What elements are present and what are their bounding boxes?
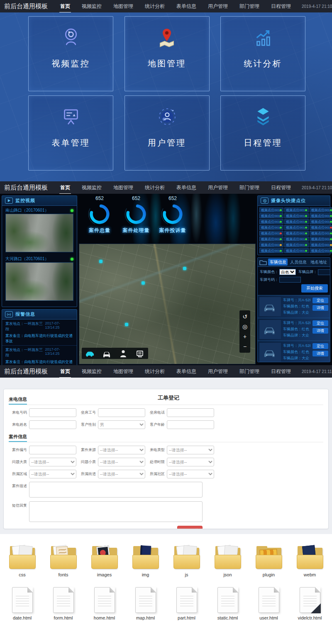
street-select[interactable]: --请选择-- bbox=[98, 470, 145, 478]
nav-item[interactable]: 用户管理 bbox=[207, 0, 229, 13]
detail-button[interactable]: 详情 bbox=[312, 328, 328, 334]
camera-point[interactable]: 视频点位001 bbox=[310, 207, 332, 212]
case-description-textarea[interactable] bbox=[29, 482, 203, 498]
html-file[interactable]: date.html bbox=[3, 585, 42, 620]
nav-item[interactable]: 统计分析 bbox=[144, 0, 166, 13]
html-file[interactable]: videlctr.html bbox=[290, 585, 330, 620]
camera-point[interactable]: 视频点位001 bbox=[284, 225, 308, 230]
nav-item[interactable]: 日程管理 bbox=[270, 0, 292, 13]
tile-form-manage[interactable]: 表单管理 bbox=[28, 95, 113, 171]
camera-point[interactable]: 视频点位001 bbox=[310, 237, 332, 242]
camera-point[interactable]: 视频点位001 bbox=[284, 213, 308, 218]
folder-json[interactable]: json bbox=[208, 540, 247, 577]
detail-button[interactable]: 详情 bbox=[312, 351, 328, 356]
map[interactable]: ↺ ◎ + − bbox=[79, 244, 256, 364]
nav-item[interactable]: 部门管理 bbox=[239, 181, 260, 194]
camera-point[interactable]: 视频点位001 bbox=[259, 248, 283, 253]
nav-item[interactable]: 用户管理 bbox=[207, 365, 229, 378]
map-camera-marker[interactable] bbox=[125, 323, 128, 326]
camera-point[interactable]: 视频点位001 bbox=[259, 231, 283, 236]
video-thumbnail[interactable] bbox=[5, 262, 73, 301]
map-control-button[interactable]: ◎ bbox=[239, 322, 250, 332]
nav-item[interactable]: 视频监控 bbox=[81, 181, 103, 194]
car-side-tool-icon[interactable] bbox=[82, 348, 98, 359]
case-number-input[interactable] bbox=[29, 446, 76, 454]
video-thumbnail[interactable] bbox=[5, 214, 73, 252]
camera-point[interactable]: 视频点位001 bbox=[310, 242, 332, 247]
agent-id-input[interactable] bbox=[98, 408, 145, 417]
camera-point[interactable]: 视频点位001 bbox=[259, 242, 283, 247]
camera-point[interactable]: 视频点位001 bbox=[284, 242, 308, 247]
folder-css[interactable]: css bbox=[3, 540, 42, 577]
camera-point[interactable]: 视频点位001 bbox=[259, 213, 283, 218]
nav-item[interactable]: 表单信息 bbox=[176, 181, 197, 194]
alarm-item[interactable]: 案发地点：一环路东三段 2017-07-13/14:25 案发备注：由电瓶车逆向… bbox=[2, 346, 77, 365]
folder-plugin[interactable]: plugin bbox=[249, 540, 288, 577]
camera-point[interactable]: 视频点位001 bbox=[259, 225, 283, 230]
map-control-button[interactable]: − bbox=[239, 342, 250, 351]
nav-item[interactable]: 首页 bbox=[59, 0, 71, 13]
vehicle-brand-input[interactable] bbox=[318, 269, 330, 275]
camera-point[interactable]: 视频点位001 bbox=[259, 207, 283, 212]
nav-item[interactable]: 部门管理 bbox=[239, 365, 260, 378]
list-tool-icon[interactable] bbox=[132, 348, 148, 359]
person-tool-icon[interactable] bbox=[115, 348, 132, 359]
nav-item[interactable]: 地图管理 bbox=[112, 365, 134, 378]
camera-point[interactable]: 视频点位001 bbox=[310, 225, 332, 230]
folder-img[interactable]: img bbox=[126, 540, 165, 577]
vehicle-tab[interactable]: 人员信息 bbox=[288, 259, 308, 266]
vehicle-tab[interactable]: 车辆信息 bbox=[268, 259, 288, 266]
camera-point[interactable]: 视频点位001 bbox=[284, 231, 308, 236]
vehicle-color-select[interactable]: 白色 bbox=[279, 269, 296, 275]
customer-age-input[interactable] bbox=[167, 420, 214, 429]
html-file[interactable]: static.html bbox=[208, 585, 247, 620]
camera-point[interactable]: 视频点位001 bbox=[310, 213, 332, 218]
caller-name-input[interactable] bbox=[29, 420, 76, 429]
tile-video-monitor[interactable]: 视频监控 bbox=[28, 16, 113, 91]
nav-item[interactable]: 首页 bbox=[59, 365, 71, 378]
camera-point[interactable]: 视频点位001 bbox=[259, 237, 283, 242]
plate-number-input[interactable] bbox=[279, 277, 301, 283]
camera-point[interactable]: 视频点位001 bbox=[310, 219, 332, 224]
map-control-button[interactable]: ↺ bbox=[239, 312, 250, 322]
open-timer-button[interactable]: 打开90秒 bbox=[177, 526, 203, 529]
detail-button[interactable]: 详情 bbox=[312, 305, 328, 311]
nav-item[interactable]: 地图管理 bbox=[112, 181, 134, 194]
map-camera-marker[interactable] bbox=[142, 281, 145, 285]
nav-item[interactable]: 统计分析 bbox=[144, 365, 166, 378]
locate-button[interactable]: 定位 bbox=[312, 320, 328, 326]
nav-item[interactable]: 用户管理 bbox=[207, 181, 229, 194]
tile-statistics[interactable]: 统计分析 bbox=[220, 16, 305, 91]
caller-number-input[interactable] bbox=[29, 408, 76, 417]
html-file[interactable]: home.html bbox=[85, 585, 124, 620]
community-select[interactable]: --请选择-- bbox=[167, 470, 214, 478]
agent-phone-input[interactable] bbox=[167, 408, 214, 417]
nav-item[interactable]: 统计分析 bbox=[144, 181, 166, 194]
html-file[interactable]: user.html bbox=[249, 585, 288, 620]
sms-reply-textarea[interactable] bbox=[29, 501, 203, 522]
problem-subcategory-select[interactable]: --请选择-- bbox=[98, 458, 145, 466]
map-control-button[interactable]: + bbox=[239, 332, 250, 342]
folder-images[interactable]: images bbox=[85, 540, 124, 577]
deadline-select[interactable]: --请选择-- bbox=[167, 458, 214, 466]
search-button[interactable]: 开始搜索 bbox=[301, 284, 328, 293]
html-file[interactable]: map.html bbox=[126, 585, 165, 620]
camera-point[interactable]: 视频点位001 bbox=[310, 248, 332, 253]
camera-point[interactable]: 视频点位001 bbox=[284, 248, 308, 253]
locate-button[interactable]: 定位 bbox=[312, 298, 328, 303]
tile-schedule-manage[interactable]: 日程管理 bbox=[220, 95, 305, 171]
folder-webm[interactable]: webm bbox=[290, 540, 330, 577]
map-camera-marker[interactable] bbox=[99, 260, 103, 263]
camera-point[interactable]: 视频点位001 bbox=[259, 219, 283, 224]
car-front-tool-icon[interactable] bbox=[98, 348, 115, 359]
nav-item[interactable]: 视频监控 bbox=[81, 0, 103, 13]
nav-item[interactable]: 首页 bbox=[59, 181, 71, 194]
nav-item[interactable]: 日程管理 bbox=[270, 365, 292, 378]
nav-item[interactable]: 表单信息 bbox=[176, 0, 197, 13]
nav-item[interactable]: 地图管理 bbox=[112, 0, 134, 13]
region-select[interactable]: --请选择-- bbox=[29, 470, 76, 478]
camera-point[interactable]: 视频点位001 bbox=[284, 219, 308, 224]
case-source-select[interactable]: --请选择-- bbox=[98, 446, 145, 454]
problem-category-select[interactable]: --请选择-- bbox=[29, 458, 76, 466]
camera-point[interactable]: 视频点位001 bbox=[284, 207, 308, 212]
